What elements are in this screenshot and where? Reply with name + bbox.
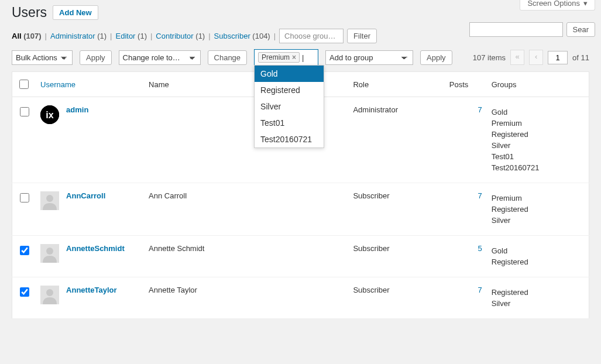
svg-point-5 bbox=[46, 248, 53, 255]
current-page-input[interactable] bbox=[548, 51, 568, 64]
dropdown-option-silver[interactable]: Silver bbox=[255, 98, 324, 115]
col-username[interactable]: Username bbox=[40, 80, 75, 89]
user-role: Subscriber bbox=[348, 236, 444, 277]
change-role-select[interactable]: Change role to… bbox=[119, 50, 201, 65]
group-action-select[interactable]: Add to group bbox=[325, 50, 413, 65]
choose-groups-dropdown[interactable]: Choose groups … bbox=[279, 29, 344, 43]
filter-contributor[interactable]: Contributor (1) bbox=[156, 32, 205, 40]
svg-point-7 bbox=[46, 289, 53, 296]
username-link[interactable]: admin bbox=[66, 105, 88, 114]
caret-down-icon: ▾ bbox=[583, 0, 588, 8]
username-link[interactable]: AnnetteTaylor bbox=[66, 286, 116, 294]
user-groups: GoldPremiumRegisteredSilverTest01Test201… bbox=[487, 97, 589, 183]
group-token-input[interactable]: Premium × | bbox=[254, 49, 318, 66]
avatar bbox=[40, 244, 59, 263]
dropdown-option-registered[interactable]: Registered bbox=[255, 82, 324, 98]
col-name: Name bbox=[144, 72, 265, 97]
search-button[interactable]: Sear bbox=[566, 22, 595, 37]
posts-count-link[interactable]: 5 bbox=[478, 244, 482, 253]
row-checkbox[interactable] bbox=[20, 287, 29, 297]
avatar bbox=[40, 286, 59, 304]
first-page-button[interactable]: « bbox=[510, 50, 524, 65]
user-full-name: Annette Taylor bbox=[144, 277, 265, 319]
page-title: Users bbox=[12, 5, 47, 20]
user-search-input[interactable] bbox=[469, 22, 563, 37]
change-role-button[interactable]: Change bbox=[208, 50, 248, 65]
user-groups: PremiumRegisteredSilver bbox=[487, 183, 589, 236]
posts-count-link[interactable]: 7 bbox=[478, 105, 482, 114]
posts-count-link[interactable]: 7 bbox=[478, 191, 482, 200]
user-role: Administrator bbox=[348, 97, 444, 183]
screen-options-label: Screen Options bbox=[527, 0, 580, 8]
items-count: 107 items bbox=[473, 53, 506, 62]
user-role: Subscriber bbox=[348, 277, 444, 319]
svg-point-3 bbox=[46, 195, 53, 202]
dropdown-option-gold[interactable]: Gold bbox=[255, 66, 324, 82]
group-dropdown: Gold Registered Silver Test01 Test201607… bbox=[254, 65, 324, 148]
user-full-name: Annette Schmidt bbox=[144, 236, 265, 277]
svg-text:ix: ix bbox=[46, 110, 53, 120]
avatar bbox=[40, 191, 59, 210]
avatar: ix bbox=[40, 105, 59, 124]
user-groups: GoldRegistered bbox=[487, 236, 589, 277]
user-groups: RegisteredSilver bbox=[487, 277, 589, 319]
dropdown-option-test01[interactable]: Test01 bbox=[255, 115, 324, 131]
prev-page-button[interactable]: ‹ bbox=[529, 50, 543, 65]
filter-subscriber[interactable]: Subscriber (104) bbox=[214, 32, 270, 40]
posts-count-link[interactable]: 7 bbox=[478, 286, 482, 294]
add-new-button[interactable]: Add New bbox=[53, 5, 98, 20]
filter-all[interactable]: All (107) bbox=[12, 32, 42, 40]
screen-options-toggle[interactable]: Screen Options ▾ bbox=[520, 0, 595, 11]
user-role: Subscriber bbox=[348, 183, 444, 236]
user-full-name: Ann Carroll bbox=[144, 183, 265, 236]
text-caret-icon: | bbox=[302, 53, 304, 62]
row-checkbox[interactable] bbox=[20, 246, 29, 255]
table-row: AnnetteTaylorAnnette TaylorSubscriber7Re… bbox=[12, 277, 589, 319]
table-row: AnnCarrollAnn CarrollSubscriber7PremiumR… bbox=[12, 183, 589, 236]
row-checkbox[interactable] bbox=[20, 107, 29, 116]
bulk-apply-button[interactable]: Apply bbox=[80, 50, 112, 65]
username-link[interactable]: AnnCarroll bbox=[66, 191, 105, 200]
table-row: AnnetteSchmidtAnnette SchmidtSubscriber5… bbox=[12, 236, 589, 277]
select-all-checkbox[interactable] bbox=[19, 80, 29, 89]
filter-administrator[interactable]: Administrator (1) bbox=[50, 32, 107, 40]
remove-token-icon[interactable]: × bbox=[292, 53, 296, 61]
user-full-name bbox=[144, 97, 265, 183]
row-checkbox[interactable] bbox=[20, 193, 29, 202]
username-link[interactable]: AnnetteSchmidt bbox=[66, 244, 125, 253]
page-of-text: of 11 bbox=[572, 53, 589, 62]
col-role: Role bbox=[348, 72, 444, 97]
group-apply-button[interactable]: Apply bbox=[420, 50, 452, 65]
bulk-actions-select[interactable]: Bulk Actions bbox=[12, 50, 73, 65]
col-groups: Groups bbox=[487, 72, 589, 97]
selected-group-token: Premium × bbox=[258, 52, 300, 63]
filter-editor[interactable]: Editor (1) bbox=[115, 32, 146, 40]
col-posts: Posts bbox=[445, 72, 487, 97]
dropdown-option-test20160721[interactable]: Test20160721 bbox=[255, 131, 324, 147]
filter-button[interactable]: Filter bbox=[347, 29, 377, 43]
